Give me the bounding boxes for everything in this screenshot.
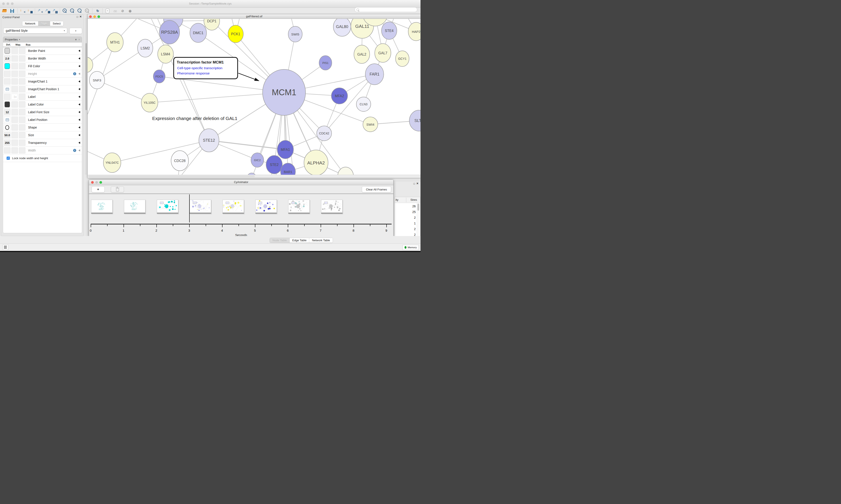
bypass-cell[interactable]: [19, 63, 25, 69]
bypass-cell[interactable]: [19, 94, 25, 100]
table-cell[interactable]: 26: [402, 204, 416, 208]
default-value-cell[interactable]: [4, 124, 11, 130]
bypass-cell[interactable]: [19, 55, 25, 61]
collapse-arrow-icon[interactable]: [78, 149, 80, 151]
info-icon[interactable]: i: [73, 149, 76, 152]
network-node[interactable]: [88, 57, 93, 72]
bypass-cell[interactable]: [19, 147, 25, 154]
refresh-icon[interactable]: ↻: [94, 8, 101, 14]
import-network-icon[interactable]: ↓<: [19, 8, 26, 14]
column-divider[interactable]: [406, 197, 406, 202]
property-row-fill-color[interactable]: Fill Color: [3, 62, 82, 70]
style-selector[interactable]: galFiltered Style ▾: [3, 28, 67, 34]
property-row-image-chart-1[interactable]: Image/Chart 1: [3, 78, 82, 85]
mapping-cell[interactable]: [12, 48, 18, 54]
default-value-cell[interactable]: 2.0: [4, 55, 11, 61]
close-panel-icon[interactable]: ✕: [416, 182, 418, 185]
bypass-cell[interactable]: [19, 86, 25, 92]
delete-frame-button[interactable]: [111, 186, 124, 193]
hide-icon[interactable]: ⊘: [119, 8, 126, 14]
bypass-cell[interactable]: [19, 117, 25, 123]
mapping-cell[interactable]: [12, 124, 18, 130]
float-panel-icon[interactable]: □: [77, 16, 78, 18]
tab-node-table[interactable]: Node Table: [270, 238, 290, 242]
save-session-icon[interactable]: [9, 8, 16, 14]
caption-annotation[interactable]: Expression change after deletion of GAL1: [152, 116, 237, 121]
search-sites-icon[interactable]: ⌂⌂: [112, 8, 118, 14]
bypass-cell[interactable]: [19, 71, 25, 77]
network-canvas[interactable]: RPS28ADMC1DCP1PCK1SWI5GAL80GAL11STE4HAP2…: [88, 19, 420, 175]
table-cell[interactable]: 1: [402, 221, 416, 225]
property-row-size[interactable]: 50.0Size: [3, 131, 82, 139]
add-frame-button[interactable]: +: [92, 186, 105, 193]
tab-network-table[interactable]: Network Table: [309, 238, 333, 242]
property-row-label-font-size[interactable]: 12Label Font Size: [3, 108, 82, 116]
default-value-cell[interactable]: [4, 48, 11, 54]
export-network-icon[interactable]: ↗<: [37, 8, 43, 14]
animation-frame-6[interactable]: [288, 200, 310, 214]
network-edge[interactable]: [112, 140, 209, 163]
animation-frame-4[interactable]: [222, 200, 244, 214]
style-options-button[interactable]: ▾: [69, 28, 82, 34]
lock-size-row[interactable]: ✓ Lock node width and height: [3, 154, 82, 162]
info-icon[interactable]: i: [73, 72, 76, 75]
default-value-cell[interactable]: [4, 101, 11, 108]
collapse-arrow-icon[interactable]: [78, 65, 80, 67]
default-value-cell[interactable]: 50.0: [4, 132, 11, 138]
default-value-cell[interactable]: [4, 147, 11, 154]
property-row-label[interactable]: ⋮›Label: [3, 93, 82, 101]
default-value-cell[interactable]: [4, 86, 11, 92]
network-horizontal-scrollbar[interactable]: [88, 175, 420, 178]
close-panel-icon[interactable]: ✕: [79, 15, 82, 18]
search-input[interactable]: [355, 7, 417, 12]
mapping-cell[interactable]: [12, 140, 18, 146]
table-cell[interactable]: 25: [402, 210, 416, 214]
property-row-border-width[interactable]: 2.0Border Width: [3, 55, 82, 62]
zoom-selected-icon[interactable]: ✓: [84, 8, 91, 14]
zoom-fit-icon[interactable]: ▫: [77, 8, 83, 14]
scrollbar-thumb[interactable]: [417, 204, 419, 211]
column-header[interactable]: ity: [395, 198, 398, 201]
scrollbar-thumb[interactable]: [88, 175, 255, 177]
default-value-cell[interactable]: 12: [4, 109, 11, 115]
show-icon[interactable]: ◉: [127, 8, 133, 14]
collapse-arrow-icon[interactable]: [78, 80, 80, 83]
bypass-cell[interactable]: [19, 78, 25, 85]
annotation-link[interactable]: Pheromone response: [177, 71, 210, 75]
mapping-cell[interactable]: [12, 86, 18, 92]
property-row-label-color[interactable]: Label Color: [3, 101, 82, 108]
animation-frame-7[interactable]: [321, 200, 342, 214]
zoom-out-icon[interactable]: −: [69, 8, 76, 14]
memory-button[interactable]: Memory: [402, 245, 419, 250]
default-value-cell[interactable]: [4, 78, 11, 85]
collapse-arrow-icon[interactable]: [78, 126, 80, 128]
tab-style[interactable]: Style: [38, 21, 50, 26]
bypass-cell[interactable]: [19, 109, 25, 115]
default-value-cell[interactable]: 255: [4, 140, 11, 146]
open-session-icon[interactable]: [2, 8, 8, 14]
bypass-cell[interactable]: [19, 124, 25, 130]
mapping-cell[interactable]: [12, 78, 18, 85]
network-edge[interactable]: [97, 48, 145, 80]
animation-frame-0[interactable]: [91, 200, 112, 214]
annotation-link[interactable]: Cell-type-specific transcription: [177, 66, 222, 70]
property-row-height[interactable]: Heighti: [3, 70, 82, 78]
bypass-cell[interactable]: [19, 101, 25, 108]
mapping-cell[interactable]: [12, 63, 18, 69]
collapse-all-icon[interactable]: «: [78, 39, 81, 40]
tab-select[interactable]: Select: [50, 21, 63, 26]
property-row-shape[interactable]: Shape: [3, 124, 82, 131]
table-cell[interactable]: 2: [402, 227, 416, 231]
property-row-image-chart-position-1[interactable]: Image/Chart Position 1: [3, 85, 82, 93]
collapse-arrow-icon[interactable]: [78, 119, 80, 121]
scrollbar-thumb[interactable]: [85, 43, 87, 110]
mapping-cell[interactable]: [12, 109, 18, 115]
network-node[interactable]: [247, 173, 256, 175]
lock-checkbox[interactable]: ✓: [6, 157, 10, 160]
mapping-cell[interactable]: [12, 147, 18, 154]
float-panel-icon[interactable]: □: [413, 182, 415, 185]
table-cell[interactable]: 2: [402, 216, 416, 219]
expand-all-icon[interactable]: »: [74, 39, 78, 40]
collapse-arrow-icon[interactable]: [78, 142, 80, 144]
mapping-cell[interactable]: [12, 55, 18, 61]
